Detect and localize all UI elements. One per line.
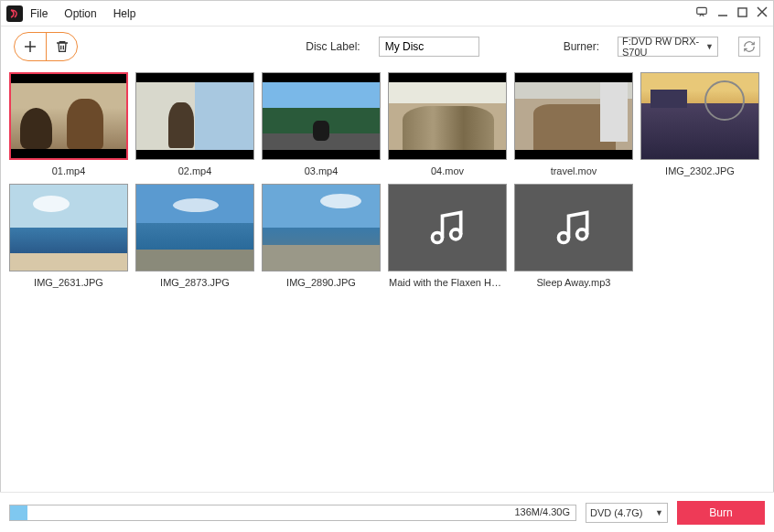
thumb-item[interactable]: 04.mov xyxy=(387,72,508,176)
video-thumbnail xyxy=(9,72,128,160)
svg-point-9 xyxy=(559,233,569,243)
image-thumbnail xyxy=(262,184,381,271)
video-thumbnail xyxy=(514,72,633,160)
burner-select[interactable]: F:DVD RW DRX-S70U ▼ xyxy=(618,37,718,57)
thumb-label: IMG_2890.JPG xyxy=(286,277,356,288)
thumb-label: 04.mov xyxy=(431,165,464,176)
thumb-item[interactable]: Maid with the Flaxen Hair.mp3 xyxy=(387,184,508,288)
thumb-label: 03.mp4 xyxy=(305,165,339,176)
thumb-item[interactable]: 03.mp4 xyxy=(261,72,382,176)
footer: 136M/4.30G DVD (4.7G) ▼ Burn xyxy=(0,492,774,532)
thumb-label: IMG_2873.JPG xyxy=(160,277,230,288)
disc-label-text: Disc Label: xyxy=(306,40,360,53)
file-action-group xyxy=(14,32,78,61)
image-thumbnail xyxy=(640,72,759,160)
media-gallery: 01.mp402.mp403.mp404.movtravel.movIMG_23… xyxy=(1,67,773,487)
music-note-icon xyxy=(427,207,468,248)
thumb-item[interactable]: IMG_2631.JPG xyxy=(8,184,129,288)
music-note-icon xyxy=(554,207,594,248)
svg-rect-0 xyxy=(697,7,707,14)
audio-thumbnail xyxy=(514,184,633,271)
video-thumbnail xyxy=(262,72,381,160)
thumb-label: IMG_2302.JPG xyxy=(665,165,735,176)
thumb-label: IMG_2631.JPG xyxy=(34,277,103,288)
feedback-icon[interactable] xyxy=(695,5,708,21)
burn-button[interactable]: Burn xyxy=(677,501,765,525)
chevron-down-icon: ▼ xyxy=(655,508,663,517)
capacity-text: 136M/4.30G xyxy=(514,506,570,517)
thumb-item[interactable]: IMG_2890.JPG xyxy=(261,184,382,288)
window-controls xyxy=(695,5,768,21)
thumb-item[interactable]: 02.mp4 xyxy=(134,72,255,176)
thumb-item[interactable]: IMG_2302.JPG xyxy=(640,72,760,176)
image-thumbnail xyxy=(135,184,254,271)
delete-button[interactable] xyxy=(46,33,77,60)
thumb-item[interactable]: travel.mov xyxy=(513,72,634,176)
thumb-item[interactable]: 01.mp4 xyxy=(8,72,129,176)
svg-point-10 xyxy=(577,229,587,239)
disc-type-value: DVD (4.7G) xyxy=(590,507,642,518)
thumb-item[interactable]: Sleep Away.mp3 xyxy=(513,184,634,288)
minimize-icon[interactable] xyxy=(717,6,728,20)
menu-bar: File Option Help xyxy=(30,7,135,20)
audio-thumbnail xyxy=(388,184,507,271)
refresh-button[interactable] xyxy=(738,37,760,57)
image-thumbnail xyxy=(9,184,128,271)
menu-help[interactable]: Help xyxy=(113,7,136,20)
thumb-label: Maid with the Flaxen Hair.mp3 xyxy=(389,277,506,288)
svg-rect-2 xyxy=(738,8,747,16)
video-thumbnail xyxy=(135,72,254,160)
capacity-bar: 136M/4.30G xyxy=(9,505,576,521)
disc-label-input[interactable] xyxy=(379,37,479,57)
titlebar: File Option Help xyxy=(1,1,773,27)
capacity-fill xyxy=(10,505,27,520)
thumb-label: 01.mp4 xyxy=(52,165,86,176)
thumb-label: Sleep Away.mp3 xyxy=(537,277,611,288)
disc-type-select[interactable]: DVD (4.7G) ▼ xyxy=(586,503,668,523)
menu-file[interactable]: File xyxy=(30,7,48,20)
burner-label: Burner: xyxy=(564,40,599,53)
video-thumbnail xyxy=(388,72,507,160)
burner-value: F:DVD RW DRX-S70U xyxy=(622,36,705,58)
thumb-label: travel.mov xyxy=(551,165,597,176)
chevron-down-icon: ▼ xyxy=(705,42,714,51)
svg-point-7 xyxy=(433,233,443,243)
maximize-icon[interactable] xyxy=(737,6,747,20)
close-icon[interactable] xyxy=(757,6,768,20)
thumb-label: 02.mp4 xyxy=(178,165,212,176)
svg-point-8 xyxy=(451,229,461,239)
add-button[interactable] xyxy=(15,33,46,60)
thumb-item[interactable]: IMG_2873.JPG xyxy=(134,184,255,288)
toolbar: Disc Label: Burner: F:DVD RW DRX-S70U ▼ xyxy=(1,27,773,67)
app-icon xyxy=(6,5,23,22)
menu-option[interactable]: Option xyxy=(64,7,96,20)
